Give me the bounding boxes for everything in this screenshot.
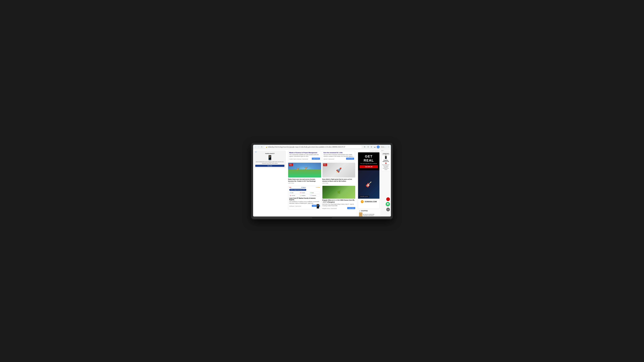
- top-ad-left-desc: 70% scholarship available for 5,000 stud…: [289, 154, 320, 157]
- skills-grid: S SEO C Content G Ads: [289, 192, 320, 197]
- laptop-base: [253, 217, 391, 219]
- tagline: Turn your big idea into a website.: [360, 163, 378, 164]
- bhk-sponsored: Sponsored: [331, 208, 337, 209]
- space-image: 🚀 INDIATODAY: [322, 163, 355, 177]
- forward-button[interactable]: →: [257, 145, 260, 148]
- top-ad-right-sponsored: Sponsored: [328, 158, 334, 160]
- shopping-text: SHOPPING: [361, 210, 368, 212]
- iit-ad[interactable]: CCE IIT Madras IntellPaat Master Digital…: [288, 186, 321, 209]
- space-news-title: Buzz Aldrin's flight jacket that he wore…: [322, 178, 355, 182]
- extensions-icon[interactable]: ⚙: [363, 145, 366, 148]
- top-ad-left-source: Golden Gate University: [289, 158, 301, 160]
- skill-seo: S SEO: [289, 192, 299, 194]
- top-ad-right-desc: Get your PhD in Business Administration …: [324, 154, 354, 157]
- whatsapp-button[interactable]: 💬: [386, 202, 390, 206]
- profile-avatar[interactable]: G: [377, 145, 380, 148]
- left-phone-ad[interactable]: Ad OnePlus Nord 2T 📱 80W SUPERVOOC Fast …: [254, 151, 286, 168]
- bhk-aerial-image: 🌿: [322, 186, 355, 199]
- top-ad-left[interactable]: Master of Science in Project Management …: [288, 151, 321, 161]
- skill-facebook-label: Facebook: [312, 195, 316, 196]
- domain-name: DOMAIN.COM: [365, 201, 377, 203]
- menu-icon[interactable]: ⋮: [387, 145, 390, 148]
- oneplus-ad[interactable]: OnePlus Nord 2T 📱 OnePlus Nord 2T 5G ⊕ 8…: [381, 152, 390, 171]
- shopping-item-image: 🪑: [359, 212, 362, 217]
- top-ad-right-title: Earn the renowned Dr.'s title: [324, 152, 354, 153]
- iit-logo: IIT Madras: [301, 187, 306, 188]
- eastside-guitars-label: eastside guitars: [359, 196, 369, 197]
- india-today-badge-2: INDIATODAY: [323, 163, 327, 166]
- buy-now-button[interactable]: Buy Now: [255, 165, 284, 167]
- main-content: Master of Science in Project Management …: [286, 149, 357, 217]
- iit-ad-sponsored: Sponsored: [296, 206, 301, 207]
- bookmark-icon[interactable]: ★: [370, 145, 373, 148]
- top-ad-left-sponsored: Sponsored: [302, 158, 308, 160]
- intellipaat-logo: IntellPaat: [316, 187, 320, 188]
- oneplus-ad-tag: Ad ✕: [381, 150, 390, 151]
- lock-icon: 🔒: [266, 146, 267, 148]
- advertisement-label: ADVERTISEMENT: [358, 150, 380, 152]
- browser-chrome: ← → ↻ 🔒 indiatoday.in/technology/news/st…: [253, 145, 391, 149]
- oneplus-badge: OnePlus Nord 2T: [382, 153, 390, 155]
- url-text: indiatoday.in/technology/news/story/goog…: [268, 146, 345, 148]
- youtube-icon: ▶: [290, 195, 291, 196]
- domain-logo: D DOMAIN.COM: [358, 199, 380, 205]
- space-news-source: India Today: [322, 183, 355, 184]
- bhk-learn-more-button[interactable]: Learn More: [347, 207, 355, 209]
- scroll-top-button[interactable]: ▲: [386, 208, 390, 211]
- skill-youtube: ▶ YouTube: [289, 194, 299, 197]
- shopping-label: 🛒 SHOPPING: [359, 210, 378, 212]
- toolbar-icons: ⚙ ⬇ ★ ▬ G Error ⌄ ⋮: [363, 145, 390, 148]
- error-button[interactable]: Error ⌄: [380, 146, 386, 148]
- oneplus-title: OnePlus Nord 2T 5G: [382, 159, 390, 162]
- bhk-source: Brigade Group: [322, 208, 330, 209]
- skill-google-ads: G Ads: [310, 192, 320, 194]
- oneplus-phone-image: 📱: [382, 156, 390, 159]
- google-ads-icon: G: [310, 192, 312, 194]
- news-item-cricket[interactable]: 🏏 🏏 INDIATODAY Babar Azam eyes top spot …: [288, 163, 321, 184]
- iit-ad-title: Learn from IIT Madras Faculty & Industry…: [289, 197, 320, 201]
- error-label: Error: [381, 146, 384, 148]
- left-phone-title: OnePlus Nord 2T: [255, 153, 284, 154]
- iit-ad-desc: Get Certified by IIT Madras CCE & Intell…: [289, 201, 320, 204]
- cricket-image: 🏏 🏏 INDIATODAY: [288, 163, 321, 177]
- seo-icon: S: [290, 192, 291, 194]
- get-real-text: GET REAL: [360, 154, 378, 162]
- skill-analytics-label: Analytics: [302, 195, 306, 196]
- right-ads: ADVERTISEMENT GET REAL Turn your big ide…: [357, 149, 380, 217]
- ad-tag: Ad: [255, 151, 257, 152]
- next-arrow-button[interactable]: ›: [386, 197, 390, 201]
- address-bar[interactable]: 🔒 indiatoday.in/technology/news/story/go…: [264, 145, 362, 149]
- skill-facebook: f Facebook: [310, 194, 320, 197]
- top-ad-right-learn-more[interactable]: Learn More: [346, 158, 354, 160]
- bhk-title: Brigade Offers on 1, 2, 3 & 4 BHK Homes …: [322, 199, 355, 203]
- puzzle-icon[interactable]: ▬: [374, 145, 376, 148]
- oneplus-logo: ⊕: [382, 162, 390, 164]
- trackpad[interactable]: [312, 217, 332, 219]
- iit-phone-icon: 📱: [315, 204, 320, 209]
- shopping-section: 🛒 SHOPPING 🪑 MP WOOD FURNITURE Sheesham …: [358, 209, 380, 217]
- top-ad-left-title: Master of Science in Project Management: [289, 152, 320, 153]
- skill-content-label: Content: [302, 192, 305, 193]
- far-right-ad[interactable]: Ad ✕ OnePlus Nord 2T 📱 OnePlus Nord 2T 5…: [380, 149, 391, 217]
- left-phone-spec: 80W SUPERVOOC Fast Charging,12MP SONY IM…: [255, 161, 284, 164]
- oneplus-spec1: 80W SUPERVOOC Fast Charging: [382, 164, 390, 166]
- top-ad-right[interactable]: Earn the renowned Dr.'s title Get your P…: [322, 151, 355, 161]
- nav-buttons: ← → ↻: [254, 145, 263, 148]
- iit-ad-source: Intellipaat: [289, 206, 294, 207]
- back-button[interactable]: ←: [254, 145, 257, 148]
- skill-youtube-label: YouTube: [292, 195, 295, 196]
- news-item-space[interactable]: 🚀 INDIATODAY Buzz Aldrin's flight jacket…: [322, 163, 355, 184]
- content-icon: C: [300, 192, 302, 194]
- domain-ad[interactable]: GET REAL Turn your big idea into a websi…: [358, 152, 380, 209]
- top-ad-left-learn-more[interactable]: Learn More: [312, 158, 320, 160]
- download-icon[interactable]: ⬇: [367, 145, 370, 148]
- bhk-ad[interactable]: 🌿 Brigade Offers on 1, 2, 3 & 4 BHK Home…: [322, 186, 355, 209]
- left-phone-image: 📱: [255, 155, 284, 160]
- master-digital-badge: Master Digital Marketing Skills: [289, 189, 306, 191]
- refresh-button[interactable]: ↻: [260, 145, 263, 148]
- get-25-button[interactable]: Get 25% off: [360, 165, 378, 168]
- domain-circle-icon: D: [361, 200, 364, 203]
- skill-analytics: 📊 Analytics: [300, 194, 310, 197]
- shopping-item[interactable]: 🪑 MP WOOD FURNITURE Sheesham Solid Wood.…: [359, 212, 378, 217]
- bottom-section: CCE IIT Madras IntellPaat Master Digital…: [288, 186, 355, 209]
